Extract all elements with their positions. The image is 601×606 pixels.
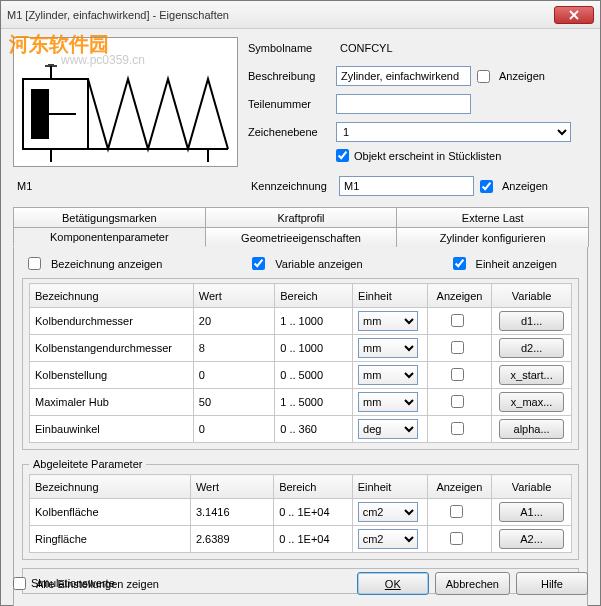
teilenummer-label: Teilenummer — [248, 98, 336, 110]
row-anzeigen-checkbox[interactable] — [451, 341, 464, 354]
cell-einheit: mm — [353, 308, 428, 335]
col-variable-2: Variable — [492, 475, 572, 499]
hilfe-button[interactable]: Hilfe — [516, 572, 588, 595]
variable-button[interactable]: alpha... — [499, 419, 564, 439]
cell-wert[interactable]: 50 — [193, 389, 274, 416]
cell-bereich: 0 .. 360 — [275, 416, 353, 443]
tab-betaetigungsmarken[interactable]: Betätigungsmarken — [13, 207, 206, 227]
kennzeichnung-input[interactable] — [339, 176, 474, 196]
tab-zylinder-konfigurieren[interactable]: Zylinder konfigurieren — [396, 227, 589, 247]
row-anzeigen-checkbox[interactable] — [451, 422, 464, 435]
zeichenebene-select[interactable]: 1 — [336, 122, 571, 142]
einheit-anzeigen-label: Einheit anzeigen — [476, 258, 557, 270]
col-anzeigen-2: Anzeigen — [427, 475, 492, 499]
tabs-container: Betätigungsmarken Kraftprofil Externe La… — [13, 207, 588, 606]
cell-wert[interactable]: 0 — [193, 416, 274, 443]
bezeichnung-anzeigen-label: Bezeichnung anzeigen — [51, 258, 162, 270]
einheit-select[interactable]: mm — [358, 311, 418, 331]
dialog-window: M1 [Zylinder, einfachwirkend] - Eigensch… — [0, 0, 601, 606]
cell-bezeichnung: Kolbenfläche — [30, 499, 191, 526]
einheit-anzeigen-checkbox[interactable] — [453, 257, 466, 270]
cell-wert[interactable]: 20 — [193, 308, 274, 335]
cell-bezeichnung: Kolbenstangendurchmesser — [30, 335, 194, 362]
derived-fieldset: Abgeleitete Parameter Bezeichnung Wert B… — [22, 458, 579, 560]
beschreibung-anzeigen-checkbox[interactable] — [477, 70, 490, 83]
cell-variable: d2... — [492, 335, 572, 362]
tab-komponentenparameter[interactable]: Komponentenparameter — [13, 227, 206, 247]
einheit-select[interactable]: mm — [358, 392, 418, 412]
col-wert-2: Wert — [190, 475, 273, 499]
ok-button[interactable]: OK — [357, 572, 429, 595]
col-einheit-2: Einheit — [352, 475, 427, 499]
symbolname-value: CONFCYL — [336, 42, 393, 54]
row-anzeigen-checkbox[interactable] — [450, 532, 463, 545]
cell-bereich: 0 .. 1E+04 — [274, 499, 353, 526]
parameter-fieldset: Bezeichnung Wert Bereich Einheit Anzeige… — [22, 278, 579, 450]
kennzeichnung-anzeigen-checkbox[interactable] — [480, 180, 493, 193]
einheit-select[interactable]: deg — [358, 419, 418, 439]
alle-einstellungen-checkbox[interactable] — [13, 577, 26, 590]
alle-einstellungen-label: Alle Einstellungen zeigen — [36, 578, 159, 590]
cell-wert[interactable]: 3.1416 — [190, 499, 273, 526]
derived-legend: Abgeleitete Parameter — [29, 458, 146, 470]
variable-anzeigen-label: Variable anzeigen — [275, 258, 362, 270]
bezeichnung-anzeigen-checkbox[interactable] — [28, 257, 41, 270]
dialog-content: 河东软件园 www.pc0359.cn Symbolname — [1, 29, 600, 606]
abbrechen-button[interactable]: Abbrechen — [435, 572, 510, 595]
col-bezeichnung-2: Bezeichnung — [30, 475, 191, 499]
cell-anzeigen — [427, 335, 491, 362]
variable-button[interactable]: d2... — [499, 338, 564, 358]
cell-bereich: 0 .. 5000 — [275, 362, 353, 389]
variable-button[interactable]: A2... — [499, 529, 564, 549]
cell-einheit: cm2 — [352, 526, 427, 553]
col-bereich-2: Bereich — [274, 475, 353, 499]
properties-panel: Symbolname CONFCYL Beschreibung Anzeigen… — [248, 37, 588, 167]
cell-anzeigen — [427, 416, 491, 443]
cell-bezeichnung: Einbauwinkel — [30, 416, 194, 443]
variable-button[interactable]: x_max... — [499, 392, 564, 412]
tab-externe-last[interactable]: Externe Last — [396, 207, 589, 227]
variable-button[interactable]: d1... — [499, 311, 564, 331]
cell-bereich: 0 .. 1E+04 — [274, 526, 353, 553]
cell-wert[interactable]: 0 — [193, 362, 274, 389]
derived-grid: Bezeichnung Wert Bereich Einheit Anzeige… — [29, 474, 572, 553]
stuecklisten-checkbox[interactable] — [336, 149, 349, 162]
cell-anzeigen — [427, 308, 491, 335]
beschreibung-input[interactable] — [336, 66, 471, 86]
anzeigen-label-1: Anzeigen — [499, 70, 545, 82]
variable-button[interactable]: x_start... — [499, 365, 564, 385]
cell-variable: x_max... — [492, 389, 572, 416]
beschreibung-label: Beschreibung — [248, 70, 336, 82]
variable-anzeigen-checkbox[interactable] — [252, 257, 265, 270]
teilenummer-input[interactable] — [336, 94, 471, 114]
cell-bezeichnung: Ringfläche — [30, 526, 191, 553]
cell-variable: A2... — [492, 526, 572, 553]
einheit-select[interactable]: mm — [358, 338, 418, 358]
einheit-select[interactable]: cm2 — [358, 529, 418, 549]
symbol-preview — [13, 37, 238, 167]
cell-anzeigen — [427, 362, 491, 389]
titlebar: M1 [Zylinder, einfachwirkend] - Eigensch… — [1, 1, 600, 29]
close-button[interactable] — [554, 6, 594, 24]
cell-bezeichnung: Kolbendurchmesser — [30, 308, 194, 335]
einheit-select[interactable]: cm2 — [358, 502, 418, 522]
kennzeichnung-label: Kennzeichnung — [251, 180, 339, 192]
row-anzeigen-checkbox[interactable] — [451, 368, 464, 381]
table-row: Maximaler Hub501 .. 5000mmx_max... — [30, 389, 572, 416]
cell-wert[interactable]: 2.6389 — [190, 526, 273, 553]
row-anzeigen-checkbox[interactable] — [451, 314, 464, 327]
variable-button[interactable]: A1... — [499, 502, 564, 522]
tab-kraftprofil[interactable]: Kraftprofil — [205, 207, 398, 227]
tab-geometrieeigenschaften[interactable]: Geometrieeigenschaften — [205, 227, 398, 247]
symbolname-label: Symbolname — [248, 42, 336, 54]
cell-wert[interactable]: 8 — [193, 335, 274, 362]
row-anzeigen-checkbox[interactable] — [450, 505, 463, 518]
table-row: Kolbenfläche3.14160 .. 1E+04cm2A1... — [30, 499, 572, 526]
col-bezeichnung: Bezeichnung — [30, 284, 194, 308]
row-anzeigen-checkbox[interactable] — [451, 395, 464, 408]
einheit-select[interactable]: mm — [358, 365, 418, 385]
table-row: Kolbendurchmesser201 .. 1000mmd1... — [30, 308, 572, 335]
cell-bereich: 1 .. 5000 — [275, 389, 353, 416]
anzeigen-label-2: Anzeigen — [502, 180, 548, 192]
table-row: Ringfläche2.63890 .. 1E+04cm2A2... — [30, 526, 572, 553]
